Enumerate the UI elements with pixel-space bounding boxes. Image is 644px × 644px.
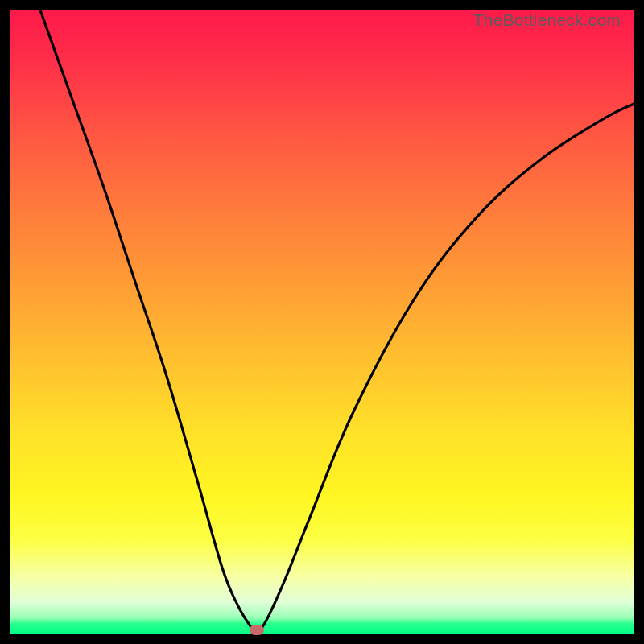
chart-container: TheBottleneck.com [0,0,644,644]
bottleneck-curve [10,10,634,634]
optimum-marker [250,625,264,635]
plot-area: TheBottleneck.com [10,10,634,634]
curve-path [40,10,634,633]
